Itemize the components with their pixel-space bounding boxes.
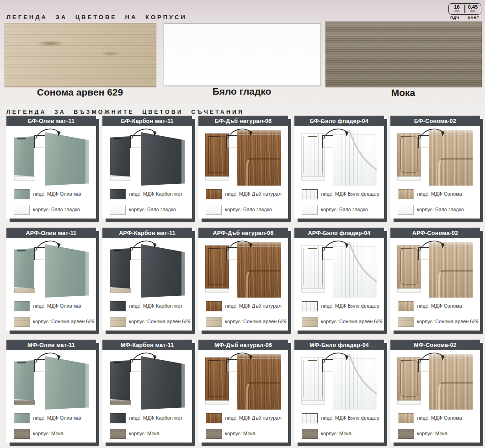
combo-card-title: МФ-Бяло фладер-04: [294, 340, 384, 350]
zoom-arrow-icon: [417, 237, 451, 253]
panel-edge-highlight: [181, 356, 185, 410]
body-swatch: [206, 205, 222, 215]
panel-edge-highlight: [85, 356, 89, 410]
body-color-label: Сонома арвен 629: [5, 87, 155, 98]
combo-card-body: лице: МДФ Сонома корпус: Мока: [390, 350, 480, 443]
edge-thickness-value: 0,45: [468, 5, 478, 10]
face-legend-row: лице: МДФ Бяло фладер: [294, 301, 384, 311]
face-swatch: [302, 189, 318, 199]
door-plinth: [110, 400, 131, 405]
door-illustration: [102, 238, 192, 300]
body-legend-row: корпус: Мока: [102, 429, 192, 439]
face-swatch: [110, 189, 126, 199]
body-color-label: Бяло гладко: [164, 86, 320, 97]
zoom-arrow-icon: [129, 125, 163, 141]
zoom-arrow-icon: [321, 349, 355, 365]
combo-card: БФ-Олив мат-11 лице: МДФ Олив мат: [6, 116, 96, 219]
combo-card: АРФ-Дъб натурал-06: [198, 228, 288, 331]
body-legend-row: корпус: Бяло гладко: [198, 205, 288, 215]
combo-card-body: лице: МДФ Бяло фладер корпус: Мока: [294, 350, 384, 443]
combo-card-body: лице: МДФ Сонома корпус: Сонома арвен 62…: [390, 238, 480, 331]
body-legend-row: корпус: Сонома арвен 629: [6, 317, 96, 327]
combo-card: МФ-Бяло фладер-04 л: [294, 340, 384, 443]
combo-card-body: лице: МДФ Карбон мат корпус: Мока: [102, 350, 192, 443]
body-swatch: [110, 205, 126, 215]
body-legend-row: корпус: Мока: [390, 429, 480, 439]
body-label: корпус: Мока: [321, 429, 352, 438]
body-legend-row: корпус: Сонома арвен 629: [294, 317, 384, 327]
combo-card: АРФ-Сонома-02 лице:: [390, 228, 480, 331]
board-label: ПДЧ: [450, 16, 459, 20]
door-plinth: [397, 288, 421, 293]
face-label: лице: МДФ Олив мат: [33, 189, 82, 198]
combo-card-title: МФ-Карбон мат-11: [102, 340, 192, 350]
frame-corner-moulding: [246, 382, 281, 410]
combo-card: АРФ-Олив мат-11 лице: МДФ Олив мат: [6, 228, 96, 331]
combo-card: АРФ-Карбон мат-11 лице: МДФ Карбон мат: [102, 228, 192, 331]
zoom-arrow-icon: [321, 125, 355, 141]
door-handle: [113, 250, 122, 251]
door-handle: [17, 362, 26, 363]
zoom-arrow-icon: [33, 349, 67, 365]
door-handle: [17, 250, 26, 251]
door-illustration: [294, 126, 384, 188]
door-frame: [304, 360, 323, 397]
edge-spec-labels: ПДЧ КАНТ: [448, 15, 481, 20]
board-thickness-unit: mm: [454, 10, 459, 13]
face-label: лице: МДФ Карбон мат: [129, 301, 182, 310]
combo-card-title: БФ-Бяло фладер-04: [294, 116, 384, 126]
face-label: лице: МДФ Дъб натурал: [225, 413, 282, 422]
face-legend-row: лице: МДФ Карбон мат: [102, 301, 192, 311]
door-illustration: [390, 238, 480, 300]
catalog-page: ЛЕГЕНДА ЗА ЦВЕТОВЕ НА КОРПУСИ 16 mm 0,45…: [0, 0, 485, 448]
frame-corner-moulding: [438, 382, 473, 410]
combo-card-body: лице: МДФ Карбон мат корпус: Сонома арве…: [102, 238, 192, 331]
door-front: [110, 248, 130, 288]
face-label: лице: МДФ Бяло фладер: [321, 413, 379, 422]
body-legend-row: корпус: Мока: [198, 429, 288, 439]
door-frame: [208, 136, 226, 173]
face-label: лице: МДФ Бяло фладер: [321, 301, 379, 310]
door-frame: [208, 360, 226, 397]
door-front: [14, 136, 34, 176]
body-label: корпус: Сонома арвен 629: [129, 317, 191, 326]
combo-card-title: БФ-Сонома-02: [390, 116, 480, 126]
body-color-swatch-white-smooth: [164, 23, 321, 86]
door-illustration: [102, 350, 192, 412]
door-frame: [400, 136, 418, 173]
combo-card-body: лице: МДФ Олив мат корпус: Мока: [6, 350, 96, 443]
face-label: лице: МДФ Дъб натурал: [225, 301, 282, 310]
combo-card-title: БФ-Карбон мат-11: [102, 116, 192, 126]
zoom-arrow-icon: [417, 125, 451, 141]
zoom-arrow-icon: [129, 237, 163, 253]
body-legend-row: корпус: Сонома арвен 629: [390, 317, 480, 327]
door-plinth: [301, 176, 325, 181]
zoom-arrow-icon: [321, 237, 355, 253]
face-legend-row: лице: МДФ Олив мат: [6, 189, 96, 199]
combo-card-title: МФ-Сонома-02: [390, 340, 480, 350]
face-swatch: [14, 413, 30, 423]
frame-corner-moulding: [438, 158, 473, 186]
combo-card: МФ-Олив мат-11 лице: МДФ Олив мат: [6, 340, 96, 443]
door-front: [110, 360, 130, 400]
door-plinth: [205, 288, 229, 293]
body-swatch: [206, 317, 222, 327]
door-plinth: [110, 288, 131, 293]
face-legend-row: лице: МДФ Дъб натурал: [198, 301, 288, 311]
door-illustration: [294, 238, 384, 300]
door-illustration: [198, 350, 288, 412]
door-plinth: [205, 176, 229, 181]
door-illustration: [102, 126, 192, 188]
body-label: корпус: Бяло гладко: [417, 205, 464, 214]
face-legend-row: лице: МДФ Олив мат: [6, 413, 96, 423]
door-plinth: [301, 400, 325, 405]
face-label: лице: МДФ Карбон мат: [129, 189, 182, 198]
combo-card-title: АРФ-Бяло фладер-04: [294, 228, 384, 238]
combo-card-body: лице: МДФ Дъб натурал корпус: Мока: [198, 350, 288, 443]
zoom-arrow-icon: [33, 237, 67, 253]
door-plinth: [397, 400, 421, 405]
body-swatch: [398, 429, 414, 439]
door-plinth: [397, 176, 421, 181]
combo-card-body: лице: МДФ Олив мат корпус: Сонома арвен …: [6, 238, 96, 331]
body-label: корпус: Сонома арвен 629: [417, 317, 479, 326]
